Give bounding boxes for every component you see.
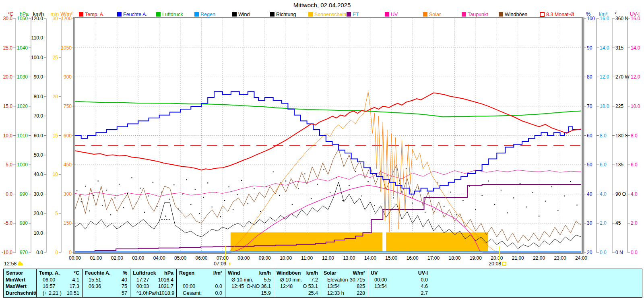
legend-label: Temp. A. xyxy=(85,12,105,17)
series-richtung xyxy=(157,206,157,207)
series-richtung xyxy=(148,195,149,196)
sunset-marker: 20:08 xyxy=(489,261,506,267)
axis-label: 1050 xyxy=(61,45,72,51)
axis-label: 0.0 xyxy=(36,250,43,255)
table-temp-a-avg: (+ 2.21 )10.51 xyxy=(37,290,82,297)
table-regen-avg: Gesamt:0.0 xyxy=(177,290,225,297)
axis-label: 50 xyxy=(587,162,592,168)
axis-label: 90 O xyxy=(615,191,626,197)
axis-label: 90.0 xyxy=(34,74,43,80)
table-wind-max-value: O-NO 36.1 xyxy=(247,284,271,289)
current-time-marker: 12:58 xyxy=(4,261,23,267)
axis-label: 8.0 xyxy=(631,133,638,139)
legend-swatch-sonnenschein xyxy=(308,12,313,17)
axis-label: 04:00 xyxy=(153,255,165,261)
series-richtung xyxy=(374,205,375,206)
legend-label: Regen xyxy=(200,12,215,17)
table-windboeen-max: 12:48O 53.1 xyxy=(274,283,321,290)
table-rowheader-2-label: MaxWert xyxy=(6,284,27,289)
table-head-uv-value: UV-I xyxy=(418,270,428,276)
axis-label: 10.0 xyxy=(3,133,13,139)
table-head-regen: Regenl/m² xyxy=(177,270,225,277)
table-temp-a-avg-value: 10.51 xyxy=(67,290,79,296)
legend-item-et: ET xyxy=(347,12,359,17)
series-richtung xyxy=(444,206,444,207)
table-head-feuchte-a: Feuchte A.% xyxy=(83,270,130,277)
table-windboeen-max-value: O 53.1 xyxy=(303,284,318,289)
axis-label: 03:00 xyxy=(132,255,144,261)
series-richtung xyxy=(425,212,425,213)
axis-label: 225 xyxy=(615,103,623,109)
series-richtung xyxy=(488,180,489,181)
table-uv-max-value: 4.6 xyxy=(421,284,428,289)
table-head-regen-value: l/m² xyxy=(213,270,222,276)
axis-label: 990 xyxy=(20,191,28,197)
series-feuchte-a xyxy=(75,92,581,194)
series-richtung xyxy=(140,188,140,188)
legend-item-temp-a: Temp. A. xyxy=(79,12,105,17)
axis-label: 70.0 xyxy=(34,113,43,119)
series-richtung xyxy=(182,194,183,195)
table-head-wind-label: Wind xyxy=(228,270,240,276)
table-windboeen-min-value: 7.2 xyxy=(311,277,318,283)
series-richtung xyxy=(393,197,394,198)
table-luftdruck-max: 00:031021.7 xyxy=(130,283,176,290)
axis-label: 980 xyxy=(20,220,28,226)
table-feuchte-a-min-label: 15:51 xyxy=(89,277,101,283)
series-richtung xyxy=(190,204,191,205)
axis-label: 25 xyxy=(53,55,58,60)
legend-swatch-taupunkt xyxy=(462,12,466,17)
series-richtung xyxy=(186,179,187,180)
axis-label: -5.0 xyxy=(4,220,12,226)
axis-label: 22:00 xyxy=(533,255,545,261)
axis-label: 60 xyxy=(587,133,592,139)
axis-label: 2.0 xyxy=(631,220,638,226)
table-uv-min: 00:000.0 xyxy=(368,277,431,284)
table-rowheader-3: Durchschnitt xyxy=(4,290,36,297)
sunset-time-label: 20:08 xyxy=(489,261,501,267)
table-wind-avg: 15.9 xyxy=(225,290,274,297)
legend-label: 8.3 Monat-Ø xyxy=(546,12,574,17)
legend-label: UV xyxy=(391,12,398,17)
legend-label: Windböen xyxy=(505,12,527,17)
series-richtung xyxy=(323,169,324,170)
series-richtung xyxy=(475,209,476,210)
series-richtung xyxy=(298,188,299,189)
series-richtung xyxy=(169,199,170,200)
table-luftdruck-avg-label: ^1.0hPa/h xyxy=(136,290,159,296)
series-richtung xyxy=(462,200,463,201)
axis-label: 1010 xyxy=(17,133,28,139)
series-richtung xyxy=(285,180,286,181)
axis-label: 80.0 xyxy=(34,94,43,99)
axis-label: 07:00 xyxy=(217,255,229,261)
legend-item-richtung: Richtung xyxy=(270,12,296,17)
legend-swatch-richtung xyxy=(270,12,275,17)
axis-label: 19:00 xyxy=(470,255,482,261)
axis-label: 4.0 xyxy=(600,191,607,197)
table-luftdruck-min-label: 17:27 xyxy=(136,277,149,283)
axis-label: 1040 xyxy=(17,45,28,51)
axis-label: 30.0 xyxy=(34,191,43,197)
axis-label: 18:00 xyxy=(448,255,460,261)
series-richtung xyxy=(273,172,274,172)
legend-item-sonnenschein: Sonnenschein xyxy=(308,12,346,17)
axis-label: 1000 xyxy=(17,162,28,168)
legend-swatch-regen xyxy=(194,12,199,17)
table-head-regen-label: Regen xyxy=(179,270,194,276)
table-uv-avg-value: 2.7 xyxy=(421,290,428,296)
table-uv-min-label: 00:00 xyxy=(374,277,387,283)
table-temp-a-max-value: 17.3 xyxy=(70,284,79,289)
table-luftdruck-avg: ^1.0hPa/h1018.9 xyxy=(130,290,176,297)
axis-label: 10.0 xyxy=(600,103,609,109)
table-windboeen-min-label: Ø 10 min. xyxy=(280,277,302,283)
table-feuchte-a-avg-value: 57 xyxy=(122,290,127,296)
stats-table: SensorMinWertMaxWertDurchschnittTemp. A.… xyxy=(3,269,642,298)
axis-label: 08:00 xyxy=(237,255,250,261)
table-luftdruck-min: 17:271016.4 xyxy=(130,277,176,284)
series-richtung xyxy=(482,195,483,196)
axis-label: 1030 xyxy=(17,74,28,80)
series-richtung xyxy=(526,207,527,207)
table-rowheader-0: Sensor xyxy=(4,270,36,277)
sunrise-time-label: 07:09 xyxy=(214,261,226,267)
table-feuchte-a-min-value: 40 xyxy=(122,277,127,283)
